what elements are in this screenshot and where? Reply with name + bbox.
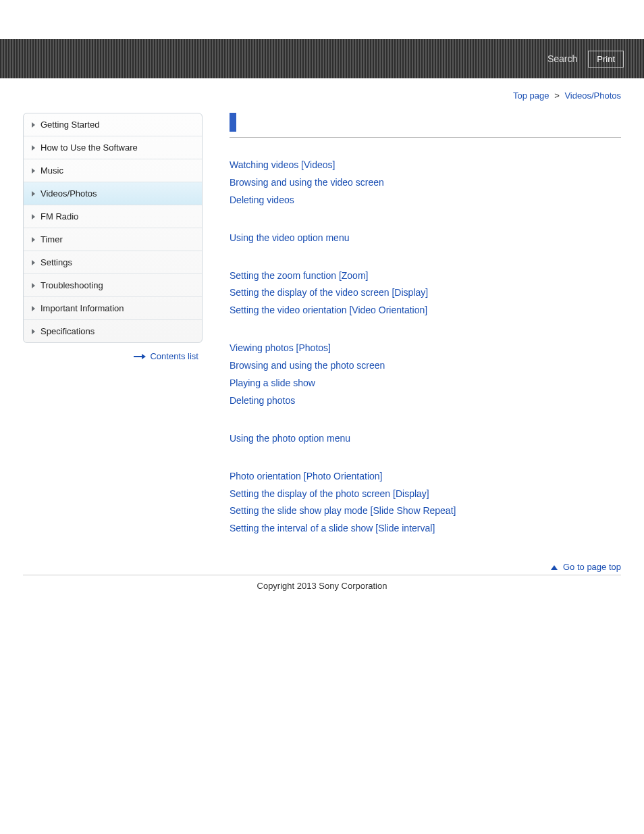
content-link[interactable]: Browsing and using the video screen (230, 174, 621, 192)
contents-list-link[interactable]: Contents list (23, 343, 203, 361)
link-group: Using the photo option menu (230, 430, 621, 448)
sidebar-item-label: Music (41, 165, 63, 176)
link-group: Setting the zoom function [Zoom]Setting … (230, 267, 621, 320)
sidebar-nav-list: Getting StartedHow to Use the SoftwareMu… (23, 113, 203, 343)
sidebar-item-important-information[interactable]: Important Information (24, 297, 202, 320)
content-link[interactable]: Setting the display of the photo screen … (230, 486, 621, 503)
content-link[interactable]: Using the video option menu (230, 230, 621, 247)
triangle-right-icon (32, 329, 35, 334)
triangle-right-icon (32, 122, 35, 128)
link-group: Using the video option menu (230, 230, 621, 247)
content-link[interactable]: Deleting photos (230, 392, 621, 410)
content-link[interactable]: Viewing photos [Photos] (230, 340, 621, 357)
triangle-right-icon (32, 214, 35, 219)
triangle-right-icon (32, 168, 35, 174)
triangle-right-icon (32, 260, 35, 265)
content-link[interactable]: Setting the zoom function [Zoom] (230, 267, 621, 285)
sidebar-item-label: How to Use the Software (41, 142, 138, 153)
section-heading-row (230, 113, 621, 138)
sidebar-item-videos-photos[interactable]: Videos/Photos (24, 182, 202, 205)
sidebar-item-timer[interactable]: Timer (24, 228, 202, 251)
sidebar-item-label: Troubleshooting (41, 280, 103, 290)
triangle-right-icon (32, 306, 35, 311)
sidebar-item-specifications[interactable]: Specifications (24, 320, 202, 342)
triangle-up-icon (551, 565, 558, 570)
link-group: Photo orientation [Photo Orientation]Set… (230, 468, 621, 538)
content-link[interactable]: Setting the video orientation [Video Ori… (230, 302, 621, 319)
sidebar-item-settings[interactable]: Settings (24, 251, 202, 274)
sidebar-item-fm-radio[interactable]: FM Radio (24, 205, 202, 228)
triangle-right-icon (32, 145, 35, 151)
breadcrumb: Top page > Videos/Photos (0, 78, 644, 101)
content-link[interactable]: Deleting videos (230, 192, 621, 209)
main-content: Watching videos [Videos]Browsing and usi… (230, 113, 621, 558)
triangle-right-icon (32, 283, 35, 288)
breadcrumb-separator: > (552, 90, 562, 101)
sidebar-item-label: Getting Started (41, 120, 99, 130)
contents-list-label: Contents list (150, 351, 198, 361)
content-link[interactable]: Watching videos [Videos] (230, 157, 621, 174)
sidebar-item-label: Settings (41, 257, 72, 267)
top-white-band (0, 0, 644, 39)
arrow-right-icon (134, 355, 146, 359)
print-button[interactable]: Print (588, 51, 624, 68)
content-link[interactable]: Using the photo option menu (230, 430, 621, 448)
page-number: 4 (0, 595, 644, 834)
sidebar-item-label: Specifications (41, 326, 95, 336)
sidebar-item-music[interactable]: Music (24, 159, 202, 182)
sidebar-item-label: FM Radio (41, 211, 78, 221)
go-to-page-top-label: Go to page top (563, 562, 621, 572)
link-group: Watching videos [Videos]Browsing and usi… (230, 157, 621, 209)
go-to-page-top[interactable]: Go to page top (0, 558, 644, 575)
copyright-text: Copyright 2013 Sony Corporation (0, 575, 644, 595)
heading-accent-bar (230, 113, 236, 132)
link-group: Viewing photos [Photos]Browsing and usin… (230, 340, 621, 410)
triangle-right-icon (32, 191, 35, 197)
content-link[interactable]: Setting the slide show play mode [Slide … (230, 502, 621, 520)
breadcrumb-top-page[interactable]: Top page (513, 90, 549, 101)
sidebar-item-label: Timer (41, 234, 63, 244)
content-link[interactable]: Playing a slide show (230, 375, 621, 392)
search-input[interactable]: Search (543, 51, 581, 67)
breadcrumb-current: Videos/Photos (564, 90, 621, 101)
content-link[interactable]: Browsing and using the photo screen (230, 357, 621, 375)
triangle-right-icon (32, 237, 35, 242)
sidebar-item-getting-started[interactable]: Getting Started (24, 113, 202, 136)
header-stripe-band: Search Print (0, 39, 644, 78)
sidebar-item-troubleshooting[interactable]: Troubleshooting (24, 274, 202, 297)
sidebar-item-label: Important Information (41, 303, 124, 313)
sidebar: Getting StartedHow to Use the SoftwareMu… (23, 113, 203, 361)
sidebar-item-label: Videos/Photos (41, 188, 97, 199)
content-link[interactable]: Setting the display of the video screen … (230, 284, 621, 302)
content-link[interactable]: Photo orientation [Photo Orientation] (230, 468, 621, 486)
content-link[interactable]: Setting the interval of a slide show [Sl… (230, 520, 621, 538)
sidebar-item-how-to-use-the-software[interactable]: How to Use the Software (24, 136, 202, 159)
